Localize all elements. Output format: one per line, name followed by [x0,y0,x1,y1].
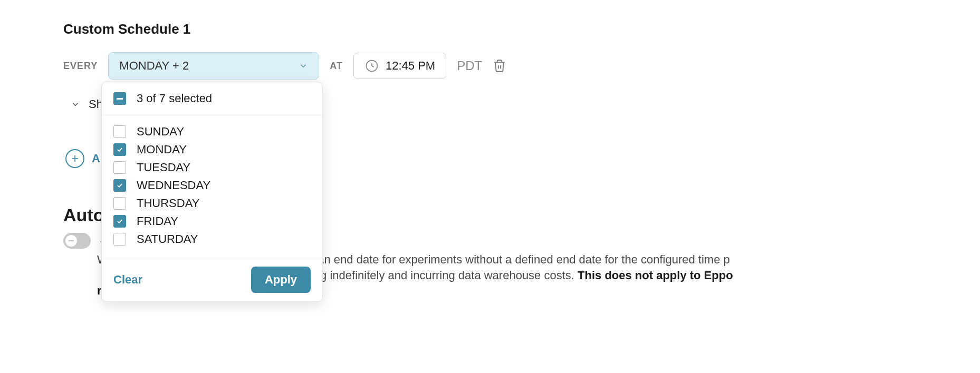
option-row[interactable]: WEDNESDAY [113,176,311,194]
toggle-knob [65,235,77,247]
dropdown-options: SUNDAYMONDAYTUESDAYWEDNESDAYTHURSDAYFRID… [102,115,322,258]
dropdown-header: 3 of 7 selected [102,82,322,115]
option-checkbox[interactable] [113,215,126,228]
day-multiselect-display: MONDAY + 2 [119,59,189,73]
chevron-down-icon [71,100,80,109]
checkmark-icon [116,146,123,153]
chevron-down-icon [299,61,308,71]
apply-button[interactable]: Apply [251,267,311,293]
checkmark-icon [116,218,123,225]
option-label: FRIDAY [137,214,178,228]
option-row[interactable]: FRIDAY [113,212,311,230]
option-label: TUESDAY [137,161,190,174]
clear-button[interactable]: Clear [113,273,142,287]
option-row[interactable]: MONDAY [113,141,311,159]
timezone-label: PDT [457,58,482,73]
option-row[interactable]: SATURDAY [113,230,311,248]
option-checkbox[interactable] [113,143,126,156]
day-multiselect[interactable]: MONDAY + 2 [108,52,319,80]
option-checkbox[interactable] [113,161,126,174]
time-value: 12:45 PM [386,59,435,73]
day-dropdown-panel: 3 of 7 selected SUNDAYMONDAYTUESDAYWEDNE… [101,82,323,302]
option-label: THURSDAY [137,197,199,210]
trash-icon[interactable] [493,59,506,73]
clock-icon [364,58,379,73]
plus-icon [70,154,80,163]
option-row[interactable]: THURSDAY [113,194,311,212]
option-checkbox[interactable] [113,233,126,246]
option-label: SUNDAY [137,125,184,139]
option-row[interactable]: TUESDAY [113,159,311,176]
selected-count-text: 3 of 7 selected [137,92,212,105]
minus-icon [69,240,74,242]
schedule-row: EVERY MONDAY + 2 AT 12:45 PM PDT 3 of 7 … [63,52,917,80]
add-button-label: A [92,152,100,165]
option-label: WEDNESDAY [137,179,210,192]
option-label: MONDAY [137,143,187,156]
time-input[interactable]: 12:45 PM [353,53,446,79]
option-checkbox[interactable] [113,125,126,138]
auto-end-toggle[interactable] [63,233,91,249]
select-all-checkbox[interactable] [113,92,126,105]
dropdown-footer: Clear Apply [102,258,322,301]
show-toggle-label: Sh [89,97,103,111]
schedule-title: Custom Schedule 1 [63,21,917,37]
indeterminate-icon [117,98,123,100]
plus-circle-icon [65,149,84,168]
option-checkbox[interactable] [113,179,126,192]
at-label: AT [330,61,343,72]
every-label: EVERY [63,61,98,72]
option-label: SATURDAY [137,232,198,246]
checkmark-icon [116,182,123,189]
option-row[interactable]: SUNDAY [113,123,311,141]
option-checkbox[interactable] [113,197,126,210]
